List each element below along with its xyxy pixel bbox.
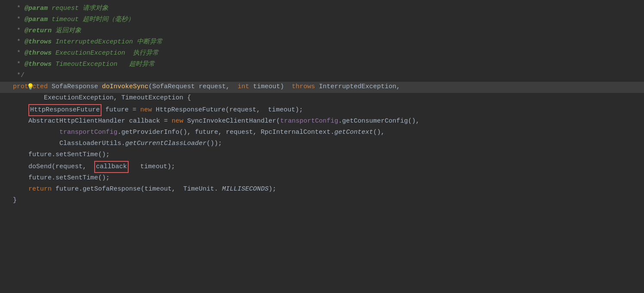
code-line-12: transportConfig.getProviderInfo(), futur… <box>0 127 644 139</box>
code-line-13: ClassLoaderUtils.getCurrentClassLoader()… <box>0 139 644 150</box>
indent-10 <box>13 105 28 115</box>
javadoc-param-tag2: @param <box>25 15 48 25</box>
milliseconds: MILLISECONDS <box>218 184 268 194</box>
code-line-1: * @param request 请求对象 <box>0 3 644 15</box>
indent-11: AbstractHttpClientHandler callback = <box>13 116 172 126</box>
callback-text: callback <box>96 163 127 170</box>
code-line-4: * @throws InterruptedException 中断异常 <box>0 37 644 48</box>
javadoc-param-tag: @param <box>25 3 48 14</box>
code-line-7: */ <box>0 71 644 82</box>
timeout-param: timeout) <box>249 82 292 92</box>
javadoc-throws-tag2: @throws <box>25 48 52 59</box>
javadoc-throws-tag3: @throws <box>25 59 52 70</box>
paren1: (SofaRequest request, <box>148 82 237 92</box>
javadoc-param-name: request <box>48 3 83 14</box>
code-line-11: AbstractHttpClientHandler callback = new… <box>0 116 644 127</box>
keyword-int: int <box>237 82 249 92</box>
keyword-throws: throws <box>292 82 315 92</box>
field-transportconfig1: transportConfig <box>280 116 338 126</box>
comment-star: * <box>13 48 25 59</box>
paren-classloader: ()); <box>206 139 222 149</box>
code-line-15: doSend(request, callback timeout); <box>0 161 644 173</box>
code-line-9: ExecutionException, TimeoutException { <box>0 93 644 104</box>
javadoc-throws-desc2: 执行异常 <box>133 48 159 59</box>
javadoc-throws-class3: TimeoutException <box>52 59 129 70</box>
javadoc-return-tag: @return <box>25 26 52 36</box>
paren-context: (), <box>373 127 385 138</box>
future-setsenttime-1: future.setSentTime(); <box>13 150 110 160</box>
indent-12: transportConfig <box>13 127 117 138</box>
code-line-14: future.setSentTime(); <box>0 150 644 161</box>
keyword-return: return <box>28 184 52 194</box>
get-provider: .getProviderInfo(), future, request, Rpc… <box>117 127 334 138</box>
javadoc-throws-class1: InterruptedException <box>52 37 137 47</box>
get-classloader: getCurrentClassLoader <box>125 139 206 149</box>
code-line-5: * @throws ExecutionException 执行异常 <box>0 48 644 59</box>
code-editor: * @param request 请求对象 * @param timeout 超… <box>0 0 644 210</box>
code-line-18: } <box>0 195 644 207</box>
code-line-3: * @return 返回对象 <box>0 26 644 37</box>
code-line-16: future.setSentTime(); <box>0 173 644 184</box>
code-line-10: HttpResponseFuture future = new HttpResp… <box>0 104 644 116</box>
keyword-new-1: new <box>140 105 152 115</box>
get-sofa-response: future.getSofaResponse(timeout, TimeUnit… <box>52 184 218 194</box>
javadoc-throws-desc3: 超时异常 <box>129 59 155 70</box>
get-context: getContext <box>334 127 373 138</box>
code-line-17: return future.getSofaResponse(timeout, T… <box>0 184 644 195</box>
javadoc-throws-class2: ExecutionException <box>52 48 133 59</box>
comment-star: * <box>13 59 25 70</box>
boxed-callback: callback <box>94 161 129 173</box>
close-brace: } <box>13 195 17 206</box>
code-line-6: * @throws TimeoutException 超时异常 <box>0 59 644 71</box>
comment-star: * <box>13 26 25 36</box>
indent-17 <box>13 184 28 194</box>
javadoc-param-desc2: 超时时间（毫秒） <box>83 15 134 25</box>
code-line-2: * @param timeout 超时时间（毫秒） <box>0 15 644 26</box>
dosend-prefix: doSend(request, <box>13 162 94 172</box>
comment-star: * <box>13 15 25 25</box>
bulb-icon: 💡 <box>27 83 34 90</box>
method-name: doInvokeSync <box>102 82 148 92</box>
javadoc-return-desc: 返回对象 <box>52 26 81 36</box>
javadoc-param-desc: 请求对象 <box>83 3 108 14</box>
new-httpresponsefuture: HttpResponseFuture(request, timeout); <box>152 105 303 115</box>
execution-exception: ExecutionException, TimeoutException { <box>13 93 191 103</box>
throws-class1: InterruptedException, <box>315 82 400 92</box>
sync-invoke: SyncInvokeClientHandler( <box>183 116 280 126</box>
future-setsenttime-2: future.setSentTime(); <box>13 173 110 183</box>
future-assign: future = <box>102 105 140 115</box>
close-sofa: ); <box>268 184 276 194</box>
indent-13: ClassLoaderUtils. <box>13 139 125 149</box>
class-httpresponsefuture: HttpResponseFuture <box>30 106 100 114</box>
comment-star: * <box>13 37 25 47</box>
get-consumer: .getConsumerConfig(), <box>338 116 419 126</box>
dosend-timeout: timeout); <box>129 162 175 172</box>
javadoc-throws-tag1: @throws <box>25 37 52 47</box>
javadoc-throws-desc1: 中断异常 <box>137 37 163 47</box>
space1: SofaResponse <box>48 82 102 92</box>
javadoc-param-name2: timeout <box>48 15 83 25</box>
comment-star: * <box>13 3 25 14</box>
boxed-class-httpresponsefuture: HttpResponseFuture <box>28 104 102 116</box>
code-line-8: 💡 protected SofaResponse doInvokeSync(So… <box>0 82 644 93</box>
keyword-new-2: new <box>172 116 183 126</box>
